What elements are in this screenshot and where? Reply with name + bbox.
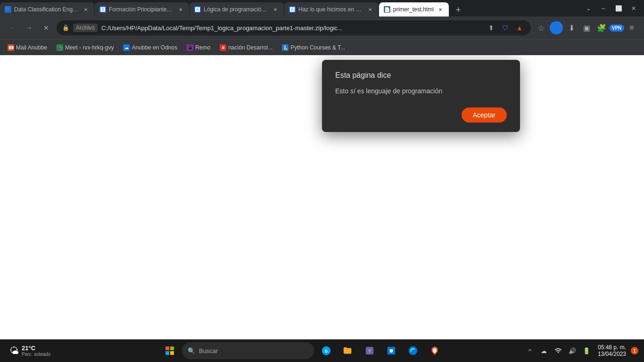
- tray-cloud-icon[interactable]: ☁: [537, 344, 551, 357]
- taskbar-right: ^ ☁ 🔊 🔋 05:48 p. m. 13/04/2023 1: [523, 344, 638, 357]
- tab-2-close[interactable]: ✕: [177, 6, 184, 13]
- extensions-icon[interactable]: 🧩: [595, 21, 608, 34]
- dialog-title: Esta página dice: [335, 71, 507, 80]
- bookmark-remo[interactable]: 📱 Remo: [183, 42, 214, 53]
- notification-badge[interactable]: 1: [631, 347, 638, 354]
- download-icon[interactable]: ⬇: [565, 21, 578, 34]
- restore-button[interactable]: ⬜: [612, 2, 625, 15]
- wifi-icon: [554, 347, 562, 354]
- taskbar-bing-icon[interactable]: b: [317, 341, 336, 360]
- tab-5-favicon: 📄: [384, 6, 390, 13]
- minimize-button[interactable]: ─: [597, 2, 610, 15]
- tab-4-close[interactable]: ✕: [366, 6, 374, 13]
- share-icon[interactable]: ⬆: [486, 22, 497, 33]
- svg-rect-2: [165, 351, 169, 355]
- start-button[interactable]: [160, 341, 179, 360]
- bookmark-remo-label: Remo: [195, 44, 210, 51]
- toolbar-icons: ☆ 👤 ⬇ ▣ 🧩 VPN ≡: [535, 21, 638, 34]
- tab-3-label: Lógica de programación: Primeros: [204, 6, 269, 13]
- new-tab-button[interactable]: +: [451, 3, 465, 16]
- tab-1[interactable]: 🔵 Data Classification Engineer en Ad ✕: [0, 2, 94, 16]
- clock-area[interactable]: 05:48 p. m. 13/04/2023: [595, 344, 629, 357]
- dialog-message-em: sí: [350, 87, 355, 95]
- bookmark-odnos-label: Anubbe en Odnos: [132, 44, 177, 51]
- vpn-label[interactable]: VPN: [609, 25, 625, 32]
- taskbar-search-icon: 🔍: [188, 347, 195, 354]
- menu-button[interactable]: ≡: [625, 21, 638, 34]
- taskbar-left: 🌤 21°C Parc. soleado: [6, 343, 81, 359]
- window-controls: ⌄ ─ ⬜ ✕: [582, 2, 644, 15]
- edge-icon: [408, 346, 418, 356]
- tray-wifi-icon[interactable]: [552, 344, 565, 357]
- taskbar: 🌤 21°C Parc. soleado 🔍 Buscar: [0, 339, 644, 362]
- url-text: C:/Users/HP/AppData/Local/Temp/Temp1_log…: [101, 25, 482, 32]
- address-bar: ← → ✕ 🔒 Archivo C:/Users/HP/AppData/Loca…: [0, 16, 644, 39]
- bookmark-star-icon[interactable]: ☆: [535, 21, 548, 34]
- split-screen-icon[interactable]: ▣: [580, 21, 593, 34]
- bookmark-python[interactable]: 🐍 Python Courses & T...: [278, 42, 349, 53]
- tab-3-close[interactable]: ✕: [272, 6, 279, 13]
- title-bar: 🔵 Data Classification Engineer en Ad ✕ 🅰…: [0, 0, 644, 16]
- bookmark-mail-anubbe[interactable]: 📧 Mail Anubbe: [4, 42, 51, 53]
- bookmark-dev-label: nación Desarrol...: [228, 44, 272, 51]
- tab-3[interactable]: 🅰 Lógica de programación: Primeros ✕: [190, 2, 284, 16]
- weather-desc: Parc. soleado: [22, 352, 50, 357]
- system-tray: ^ ☁ 🔊 🔋: [523, 344, 593, 357]
- tray-battery-icon[interactable]: 🔋: [580, 344, 593, 357]
- tab-4[interactable]: 🅰 Haz lo que hicimos en aula | Lógic ✕: [284, 2, 379, 16]
- weather-widget[interactable]: 🌤 21°C Parc. soleado: [6, 343, 54, 359]
- folder-icon: [343, 346, 353, 356]
- tab-2-favicon: 🅰: [99, 6, 106, 13]
- bookmarks-bar: 📧 Mail Anubbe 📹 Meet - rvx-hrkq-gvy ☁ An…: [0, 39, 644, 55]
- taskbar-brave[interactable]: [425, 341, 444, 360]
- close-button[interactable]: ✕: [627, 2, 640, 15]
- brave-icon: [429, 346, 440, 356]
- tab-2[interactable]: 🅰 Formación Principiante en Progra ✕: [95, 2, 189, 16]
- page-content: Esta página dice Esto sí es lenguaje de …: [0, 55, 644, 339]
- tabs-area: 🔵 Data Classification Engineer en Ad ✕ 🅰…: [0, 0, 582, 16]
- tab-1-close[interactable]: ✕: [82, 6, 90, 13]
- dialog-message-text2: es lenguaje de programación: [355, 87, 442, 95]
- bookmark-dev-favicon: 🖥: [220, 44, 226, 51]
- address-input-wrap[interactable]: 🔒 Archivo C:/Users/HP/AppData/Local/Temp…: [57, 20, 531, 35]
- tab-5-label: primer_test.html: [393, 6, 434, 13]
- lock-icon: 🔒: [62, 25, 69, 31]
- taskbar-search-placeholder: Buscar: [199, 347, 218, 354]
- protocol-label: Archivo: [73, 24, 98, 32]
- dialog-accept-button[interactable]: Aceptar: [462, 107, 507, 123]
- bookmark-meet[interactable]: 📹 Meet - rvx-hrkq-gvy: [53, 42, 117, 53]
- bookmark-python-label: Python Courses & T...: [290, 44, 345, 51]
- modal-overlay: Esta página dice Esto sí es lenguaje de …: [0, 55, 644, 339]
- forward-button[interactable]: →: [23, 21, 36, 34]
- clock-date: 13/04/2023: [598, 351, 626, 357]
- taskbar-search-bar[interactable]: 🔍 Buscar: [182, 342, 314, 359]
- taskbar-store[interactable]: [382, 341, 401, 360]
- svg-rect-3: [170, 351, 174, 355]
- tab-5-close[interactable]: ✕: [437, 6, 444, 13]
- brave-profile-icon[interactable]: 👤: [550, 21, 563, 34]
- back-button[interactable]: ←: [6, 21, 19, 34]
- browser-window: 🔵 Data Classification Engineer en Ad ✕ 🅰…: [0, 0, 644, 362]
- weather-temp: 21°C: [22, 345, 50, 352]
- bookmark-anubbe-odnos[interactable]: ☁ Anubbe en Odnos: [119, 42, 181, 53]
- bookmark-mail-label: Mail Anubbe: [16, 44, 47, 51]
- tray-arrow-icon[interactable]: ^: [523, 344, 537, 357]
- taskbar-file-explorer[interactable]: [339, 341, 357, 360]
- taskbar-teams[interactable]: T: [360, 341, 379, 360]
- dialog-message-text1: Esto: [335, 87, 350, 95]
- brave-shield-icon[interactable]: 🛡: [500, 22, 511, 33]
- tab-4-label: Haz lo que hicimos en aula | Lógic: [298, 6, 363, 13]
- tab-3-favicon: 🅰: [194, 6, 201, 13]
- bookmark-meet-label: Meet - rvx-hrkq-gvy: [65, 44, 114, 51]
- weather-text: 21°C Parc. soleado: [22, 345, 50, 357]
- reload-stop-button[interactable]: ✕: [40, 21, 53, 34]
- tray-volume-icon[interactable]: 🔊: [566, 344, 579, 357]
- tab-search-button[interactable]: ⌄: [582, 2, 595, 15]
- brave-warning-icon[interactable]: ▲: [514, 22, 525, 33]
- vpn-button[interactable]: VPN: [610, 21, 623, 34]
- tab-5-active[interactable]: 📄 primer_test.html ✕: [379, 2, 449, 16]
- bookmark-dev[interactable]: 🖥 nación Desarrol...: [216, 42, 276, 53]
- svg-text:T: T: [368, 349, 371, 354]
- taskbar-edge[interactable]: [404, 341, 422, 360]
- windows-logo-icon: [165, 346, 174, 355]
